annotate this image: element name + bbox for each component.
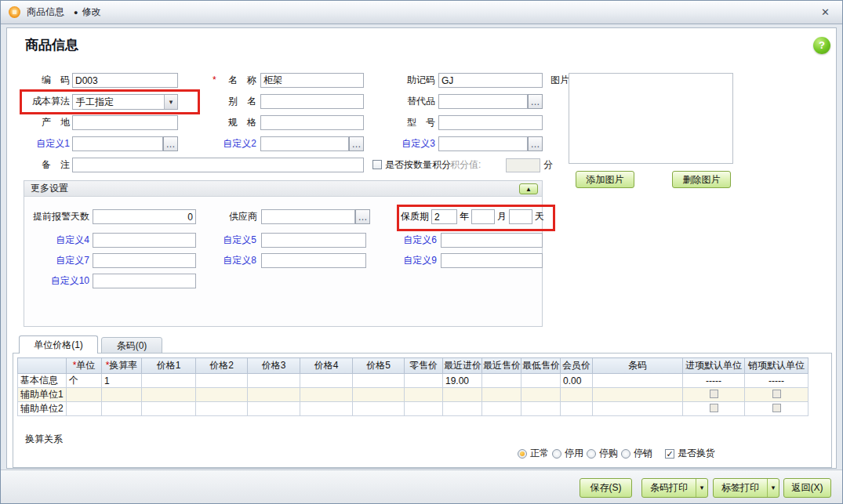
cell[interactable] bbox=[102, 402, 142, 416]
cell[interactable] bbox=[353, 374, 405, 388]
cell[interactable] bbox=[300, 388, 353, 402]
cell[interactable] bbox=[405, 388, 443, 402]
cell[interactable]: 个 bbox=[67, 374, 102, 388]
custom4-input[interactable] bbox=[93, 233, 196, 248]
cell[interactable] bbox=[561, 388, 593, 402]
shelf-life-year-input[interactable] bbox=[431, 209, 457, 224]
cell[interactable]: ----- bbox=[745, 374, 808, 388]
status-radio-停购[interactable] bbox=[587, 449, 596, 459]
cell[interactable] bbox=[443, 402, 482, 416]
cell[interactable] bbox=[353, 402, 405, 416]
custom10-input[interactable] bbox=[93, 274, 196, 288]
cell[interactable] bbox=[142, 388, 196, 402]
custom7-label[interactable]: 自定义7 bbox=[50, 253, 89, 268]
tab-unit-price[interactable]: 单位价格(1) bbox=[19, 335, 98, 354]
cell[interactable] bbox=[561, 402, 593, 416]
cell[interactable] bbox=[67, 388, 102, 402]
cell[interactable] bbox=[482, 374, 521, 388]
tab-barcode[interactable]: 条码(0) bbox=[101, 337, 162, 354]
custom7-input[interactable] bbox=[93, 253, 196, 268]
custom5-input[interactable] bbox=[261, 233, 366, 248]
custom6-label[interactable]: 自定义6 bbox=[396, 233, 437, 248]
cost-method-combo[interactable]: 手工指定 ▾ bbox=[72, 94, 178, 110]
cell[interactable] bbox=[593, 374, 683, 388]
custom3-label[interactable]: 自定义3 bbox=[394, 136, 435, 151]
close-icon[interactable]: ✕ bbox=[818, 5, 833, 19]
spec-input[interactable] bbox=[260, 115, 364, 130]
cell[interactable] bbox=[521, 374, 561, 388]
shelf-life-month-input[interactable] bbox=[471, 209, 495, 224]
cell[interactable] bbox=[745, 388, 808, 402]
cell[interactable] bbox=[745, 402, 808, 416]
cell[interactable] bbox=[142, 402, 196, 416]
cell[interactable] bbox=[593, 388, 683, 402]
custom8-input[interactable] bbox=[261, 253, 366, 268]
cell[interactable] bbox=[683, 402, 745, 416]
custom2-label[interactable]: 自定义2 bbox=[214, 136, 256, 151]
cell[interactable] bbox=[405, 402, 443, 416]
custom4-label[interactable]: 自定义4 bbox=[50, 233, 89, 248]
delete-picture-button[interactable]: 删除图片 bbox=[672, 171, 731, 188]
custom2-input[interactable] bbox=[260, 136, 349, 151]
cell[interactable] bbox=[443, 388, 482, 402]
alarm-days-input[interactable] bbox=[93, 209, 196, 224]
custom1-browse-button[interactable]: … bbox=[163, 136, 178, 151]
cell[interactable] bbox=[300, 402, 353, 416]
cell[interactable] bbox=[353, 388, 405, 402]
status-radio-停用[interactable] bbox=[552, 449, 561, 459]
barcode-print-button[interactable]: 条码打印 ▾ bbox=[641, 478, 708, 498]
grid-checkbox[interactable] bbox=[710, 390, 718, 398]
cell[interactable] bbox=[683, 388, 745, 402]
custom5-label[interactable]: 自定义5 bbox=[214, 233, 256, 248]
collapse-button[interactable]: ▲ bbox=[519, 183, 538, 194]
cell[interactable] bbox=[196, 402, 248, 416]
name-input[interactable] bbox=[260, 73, 364, 88]
custom10-label[interactable]: 自定义10 bbox=[45, 274, 89, 288]
cell[interactable] bbox=[102, 388, 142, 402]
supplier-input[interactable] bbox=[261, 209, 355, 224]
cell[interactable] bbox=[482, 388, 521, 402]
grid-checkbox[interactable] bbox=[772, 404, 781, 412]
cell[interactable] bbox=[248, 402, 300, 416]
cell[interactable] bbox=[521, 402, 561, 416]
cell[interactable] bbox=[593, 402, 683, 416]
grid-checkbox[interactable] bbox=[772, 390, 781, 398]
custom6-input[interactable] bbox=[441, 233, 543, 248]
label-print-dropdown-icon[interactable]: ▾ bbox=[767, 479, 779, 497]
custom2-browse-button[interactable]: … bbox=[349, 136, 364, 151]
cell[interactable] bbox=[196, 374, 248, 388]
cell[interactable]: 19.00 bbox=[443, 374, 482, 388]
cell[interactable]: 0.00 bbox=[561, 374, 593, 388]
mnemonic-input[interactable] bbox=[438, 73, 543, 88]
custom1-input[interactable] bbox=[72, 136, 163, 151]
cell[interactable] bbox=[300, 374, 353, 388]
custom9-label[interactable]: 自定义9 bbox=[396, 253, 437, 268]
remark-input[interactable] bbox=[72, 158, 364, 172]
cell[interactable]: 1 bbox=[102, 374, 142, 388]
save-button[interactable]: 保存(S) bbox=[580, 478, 632, 498]
points-checkbox[interactable] bbox=[372, 160, 382, 169]
custom9-input[interactable] bbox=[441, 253, 543, 268]
status-radio-正常[interactable] bbox=[518, 449, 527, 459]
custom3-browse-button[interactable]: … bbox=[528, 136, 543, 151]
cell[interactable] bbox=[196, 388, 248, 402]
custom3-input[interactable] bbox=[438, 136, 528, 151]
exchange-checkbox[interactable]: ✓ bbox=[665, 449, 674, 459]
alias-input[interactable] bbox=[260, 94, 364, 109]
cell[interactable] bbox=[405, 374, 443, 388]
cell[interactable] bbox=[248, 374, 300, 388]
help-button[interactable]: ? bbox=[813, 37, 830, 54]
cell[interactable] bbox=[521, 388, 561, 402]
cell[interactable] bbox=[482, 402, 521, 416]
cell[interactable] bbox=[142, 374, 196, 388]
barcode-print-dropdown-icon[interactable]: ▾ bbox=[696, 479, 707, 497]
shelf-life-day-input[interactable] bbox=[509, 209, 532, 224]
label-print-button[interactable]: 标签打印 ▾ bbox=[713, 478, 779, 498]
code-input[interactable] bbox=[72, 73, 178, 88]
back-button[interactable]: 返回(X) bbox=[783, 478, 831, 498]
grid-checkbox[interactable] bbox=[710, 404, 718, 412]
supplier-browse-button[interactable]: … bbox=[355, 209, 370, 224]
chevron-down-icon[interactable]: ▾ bbox=[164, 95, 177, 109]
status-radio-停销[interactable] bbox=[621, 449, 630, 459]
custom1-label[interactable]: 自定义1 bbox=[26, 136, 70, 151]
